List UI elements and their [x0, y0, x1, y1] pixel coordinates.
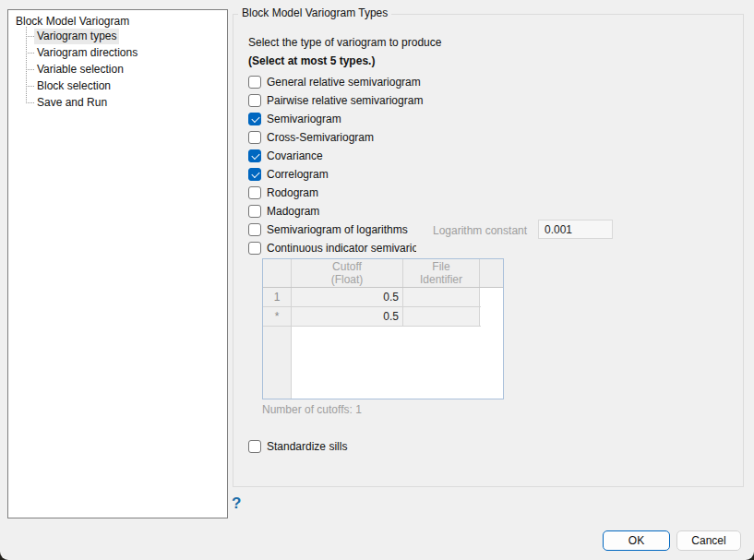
tree-item-label: Variogram directions: [34, 45, 140, 61]
help-icon[interactable]: ?: [232, 494, 241, 513]
file-identifier-cell: [403, 288, 480, 306]
selection-limit-note: (Select at most 5 types.): [248, 54, 375, 67]
checkbox-label: Continuous indicator semivariogra: [267, 242, 416, 255]
logarithm-constant-label: Logarithm constant: [433, 224, 527, 237]
intro-text: Select the type of variogram to produce: [248, 36, 441, 49]
madogram-checkbox[interactable]: [248, 205, 261, 218]
tree-item-label: Variable selection: [34, 62, 126, 77]
tree-connector-stub: [26, 86, 34, 87]
continuous-indicator-semivariogram-checkbox[interactable]: [248, 242, 261, 255]
cutoff-cell: 0.5: [292, 288, 403, 306]
checkbox-label: Rodogram: [267, 186, 318, 199]
table-header-row: Cutoff (Float) File Identifier: [263, 259, 503, 288]
checkbox-label: Cross-Semivariogram: [267, 131, 374, 144]
checkbox-row-semivariogram[interactable]: Semivariogram: [248, 112, 341, 126]
number-of-cutoffs-label: Number of cutoffs: 1: [262, 403, 362, 416]
checkbox-label: Semivariogram: [267, 113, 341, 125]
sidebar-item-block-selection[interactable]: Block selection: [34, 78, 114, 95]
checkbox-label: Standardize sills: [267, 440, 347, 453]
standardize-sills-checkbox[interactable]: [248, 440, 261, 453]
dialog-window: Block Model Variogram Variogram types Va…: [0, 0, 754, 560]
cancel-button[interactable]: Cancel: [676, 530, 741, 551]
checkbox-label: Madogram: [267, 205, 319, 218]
tree-connector-stub: [26, 102, 34, 103]
column-header-cutoff: Cutoff (Float): [292, 259, 403, 287]
tree-item-label: Variogram types: [34, 29, 119, 44]
row-header-cell: *: [263, 307, 292, 326]
tree-item-label: Block selection: [34, 78, 114, 94]
checkbox-row-cross-semivariogram[interactable]: Cross-Semivariogram: [248, 130, 374, 145]
checkbox-row-covariance[interactable]: Covariance: [248, 149, 323, 163]
checkbox-row-madogram[interactable]: Madogram: [248, 204, 319, 219]
checkbox-label: General relative semivariogram: [267, 76, 421, 89]
rodogram-checkbox[interactable]: [248, 186, 261, 199]
pairwise-relative-semivariogram-checkbox[interactable]: [248, 94, 261, 107]
variogram-types-groupbox: Block Model Variogram Types Select the t…: [233, 14, 744, 487]
tree-connector-stub: [26, 36, 34, 37]
covariance-checkbox[interactable]: [248, 149, 261, 162]
table-row: 1 0.5: [263, 288, 481, 307]
checkbox-label: Pairwise relative semivariogram: [267, 94, 423, 107]
groupbox-title: Block Model Variogram Types: [238, 6, 391, 19]
checkbox-row-standardize-sills[interactable]: Standardize sills: [248, 439, 347, 454]
table-corner-cell: [263, 259, 292, 287]
tree-root-block-model-variogram[interactable]: Block Model Variogram: [16, 14, 129, 29]
ok-button[interactable]: OK: [603, 530, 670, 551]
sidebar-item-variogram-types[interactable]: Variogram types: [34, 29, 119, 45]
column-header-file-identifier: File Identifier: [403, 259, 480, 287]
checkbox-label: Covariance: [267, 149, 323, 162]
checkbox-label: Semivariogram of logarithms: [267, 223, 408, 236]
checkbox-label: Correlogram: [267, 168, 329, 181]
checkbox-row-correlogram[interactable]: Correlogram: [248, 167, 329, 182]
checkbox-row-continuous-indicator-semivariogram[interactable]: Continuous indicator semivariogra: [248, 241, 416, 256]
logarithm-constant-input: [538, 220, 613, 239]
general-relative-semivariogram-checkbox[interactable]: [248, 76, 261, 89]
sidebar-item-variable-selection[interactable]: Variable selection: [34, 62, 126, 78]
tree-connector-stub: [26, 53, 34, 54]
row-header-cell: 1: [263, 288, 292, 306]
sidebar-item-variogram-directions[interactable]: Variogram directions: [34, 45, 140, 62]
checkbox-row-pairwise-relative-semivariogram[interactable]: Pairwise relative semivariogram: [248, 93, 423, 108]
checkbox-row-semivariogram-of-logarithms[interactable]: Semivariogram of logarithms: [248, 222, 408, 237]
sidebar-item-save-and-run[interactable]: Save and Run: [34, 95, 110, 112]
table-row: * 0.5: [263, 307, 481, 327]
cutoff-table: Cutoff (Float) File Identifier 1 0.5 * 0…: [262, 258, 504, 399]
semivariogram-of-logarithms-checkbox[interactable]: [248, 223, 261, 236]
cutoff-cell: 0.5: [292, 307, 403, 326]
correlogram-checkbox[interactable]: [248, 168, 261, 181]
tree-connector-line: [26, 27, 27, 103]
cross-semivariogram-checkbox[interactable]: [248, 131, 261, 144]
tree-item-label: Save and Run: [34, 95, 110, 111]
checkbox-row-rodogram[interactable]: Rodogram: [248, 185, 318, 200]
semivariogram-checkbox[interactable]: [248, 113, 261, 125]
checkbox-row-general-relative-semivariogram[interactable]: General relative semivariogram: [248, 75, 421, 89]
tree-connector-stub: [26, 69, 34, 70]
navigation-tree: Block Model Variogram Variogram types Va…: [7, 9, 228, 518]
file-identifier-cell: [403, 307, 480, 326]
